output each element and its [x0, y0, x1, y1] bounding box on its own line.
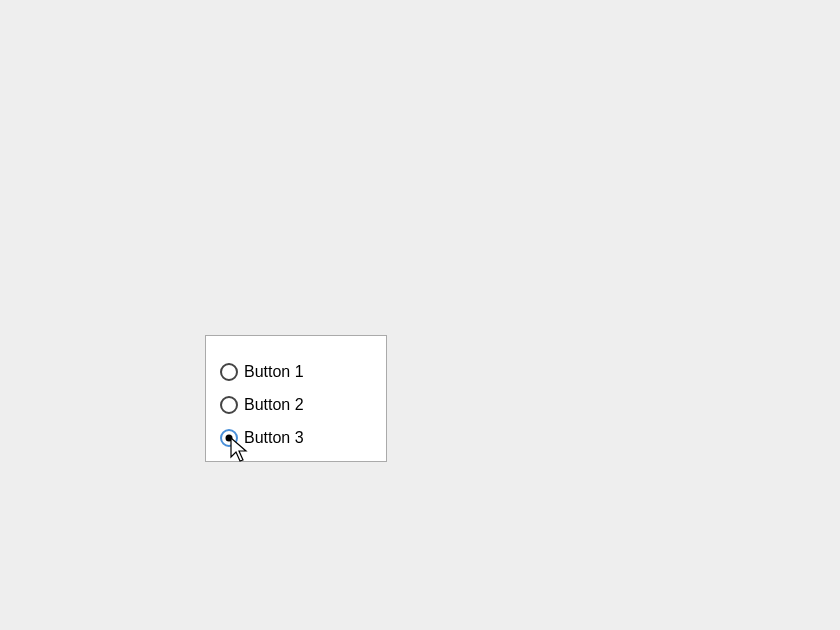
radio-label-3[interactable]: Button 3	[244, 429, 304, 447]
radio-label-2[interactable]: Button 2	[244, 396, 304, 414]
radio-row-1[interactable]: Button 1	[220, 361, 372, 382]
radio-icon[interactable]	[220, 429, 238, 447]
radio-row-2[interactable]: Button 2	[220, 394, 372, 415]
radio-row-3[interactable]: Button 3	[220, 427, 372, 448]
radio-icon[interactable]	[220, 363, 238, 381]
radio-group-panel: Button 1 Button 2 Button 3	[205, 335, 387, 462]
radio-label-1[interactable]: Button 1	[244, 363, 304, 381]
radio-icon[interactable]	[220, 396, 238, 414]
